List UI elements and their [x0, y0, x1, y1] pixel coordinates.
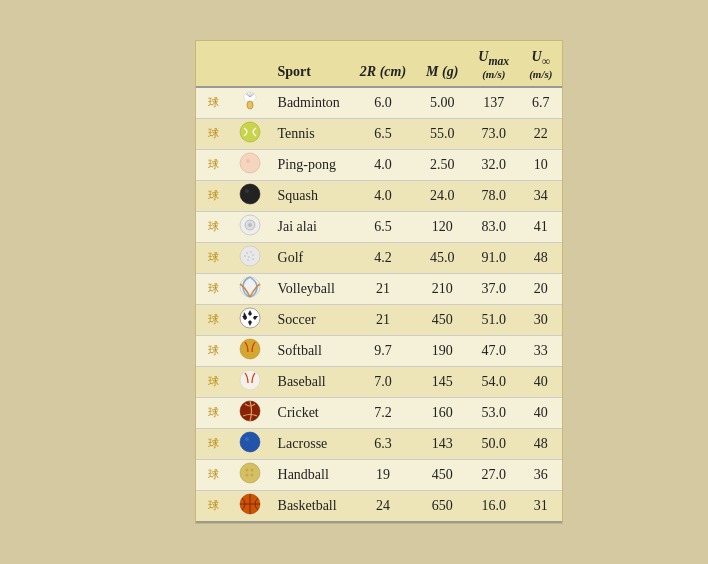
sport-name-cell: Golf: [268, 242, 350, 273]
data-cell-umax: 137: [468, 87, 519, 119]
svg-point-20: [252, 254, 254, 256]
deco-cell: 球: [196, 428, 232, 459]
sport-name-cell: Squash: [268, 180, 350, 211]
table-row: 球 Baseball7.014554.040: [196, 366, 563, 397]
sport-name-cell: Tennis: [268, 118, 350, 149]
data-cell-m: 5.00: [416, 87, 468, 119]
deco-cell: 球: [196, 149, 232, 180]
data-cell-r: 21: [350, 304, 416, 335]
data-cell-r: 6.0: [350, 87, 416, 119]
data-cell-umax: 27.0: [468, 459, 519, 490]
data-cell-m: 2.50: [416, 149, 468, 180]
sport-name-cell: Baseball: [268, 366, 350, 397]
ball-icon-cell: [232, 180, 268, 211]
svg-point-35: [240, 463, 260, 483]
svg-point-36: [245, 468, 248, 471]
col-header-deco: [196, 41, 232, 87]
data-cell-m: 145: [416, 366, 468, 397]
data-cell-m: 160: [416, 397, 468, 428]
deco-cell: 球: [196, 118, 232, 149]
deco-cell: 球: [196, 211, 232, 242]
svg-point-10: [240, 184, 260, 204]
data-cell-umax: 91.0: [468, 242, 519, 273]
table-row: 球 Cricket7.216053.040: [196, 397, 563, 428]
data-cell-r: 19: [350, 459, 416, 490]
svg-point-6: [247, 101, 253, 109]
sport-name-cell: Softball: [268, 335, 350, 366]
svg-point-7: [240, 122, 260, 142]
data-cell-uinf: 48: [519, 242, 562, 273]
table-row: 球 Squash4.024.078.034: [196, 180, 563, 211]
data-cell-umax: 16.0: [468, 490, 519, 522]
data-cell-r: 6.5: [350, 118, 416, 149]
data-cell-uinf: 40: [519, 366, 562, 397]
svg-point-16: [246, 252, 248, 254]
data-cell-m: 120: [416, 211, 468, 242]
table-row: 球 Badminton6.05.001376.7: [196, 87, 563, 119]
ball-icon-cell: [232, 211, 268, 242]
sport-name-cell: Handball: [268, 459, 350, 490]
deco-cell: 球: [196, 490, 232, 522]
data-cell-umax: 51.0: [468, 304, 519, 335]
data-cell-r: 9.7: [350, 335, 416, 366]
deco-cell: 球: [196, 180, 232, 211]
table-row: 球 Handball1945027.036: [196, 459, 563, 490]
sport-name-cell: Basketball: [268, 490, 350, 522]
svg-point-30: [240, 339, 260, 359]
svg-point-37: [250, 468, 253, 471]
data-cell-umax: 53.0: [468, 397, 519, 428]
data-cell-uinf: 6.7: [519, 87, 562, 119]
data-cell-umax: 32.0: [468, 149, 519, 180]
data-cell-r: 24: [350, 490, 416, 522]
svg-point-38: [245, 473, 248, 476]
data-cell-r: 6.3: [350, 428, 416, 459]
data-cell-r: 4.2: [350, 242, 416, 273]
data-cell-uinf: 41: [519, 211, 562, 242]
sport-name-cell: Volleyball: [268, 273, 350, 304]
svg-point-17: [250, 251, 252, 253]
data-cell-m: 190: [416, 335, 468, 366]
data-cell-uinf: 40: [519, 397, 562, 428]
data-cell-uinf: 34: [519, 180, 562, 211]
svg-point-19: [248, 256, 250, 258]
ball-icon-cell: [232, 335, 268, 366]
ball-icon-cell: [232, 428, 268, 459]
data-cell-uinf: 30: [519, 304, 562, 335]
data-cell-r: 6.5: [350, 211, 416, 242]
data-cell-umax: 37.0: [468, 273, 519, 304]
table-row: 球 Softball9.719047.033: [196, 335, 563, 366]
ball-icon-cell: [232, 242, 268, 273]
data-cell-r: 4.0: [350, 180, 416, 211]
data-cell-uinf: 48: [519, 428, 562, 459]
data-cell-r: 7.0: [350, 366, 416, 397]
deco-cell: 球: [196, 304, 232, 335]
data-cell-m: 450: [416, 304, 468, 335]
ball-icon-cell: [232, 149, 268, 180]
col-header-umax: Umax(m/s): [468, 41, 519, 87]
data-cell-uinf: 36: [519, 459, 562, 490]
ball-icon-cell: [232, 87, 268, 119]
svg-point-31: [240, 370, 260, 390]
deco-cell: 球: [196, 459, 232, 490]
deco-cell: 球: [196, 273, 232, 304]
sports-table-container: Sport 2R (cm) M (g) Umax(m/s) U∞(m/s) 球 …: [195, 40, 564, 524]
col-header-sport: Sport: [268, 41, 350, 87]
table-row: 球 Golf4.245.091.048: [196, 242, 563, 273]
data-cell-m: 650: [416, 490, 468, 522]
data-cell-m: 55.0: [416, 118, 468, 149]
deco-cell: 球: [196, 366, 232, 397]
table-row: 球 Soccer2145051.030: [196, 304, 563, 335]
ball-icon-cell: [232, 397, 268, 428]
data-cell-uinf: 22: [519, 118, 562, 149]
col-header-radius: 2R (cm): [350, 41, 416, 87]
data-cell-uinf: 33: [519, 335, 562, 366]
table-row: 球 Tennis6.555.073.022: [196, 118, 563, 149]
deco-cell: 球: [196, 242, 232, 273]
svg-point-33: [240, 432, 260, 452]
svg-point-18: [244, 255, 246, 257]
data-cell-m: 450: [416, 459, 468, 490]
sport-name-cell: Badminton: [268, 87, 350, 119]
ball-icon-cell: [232, 118, 268, 149]
svg-point-9: [246, 159, 250, 163]
ball-icon-cell: [232, 490, 268, 522]
